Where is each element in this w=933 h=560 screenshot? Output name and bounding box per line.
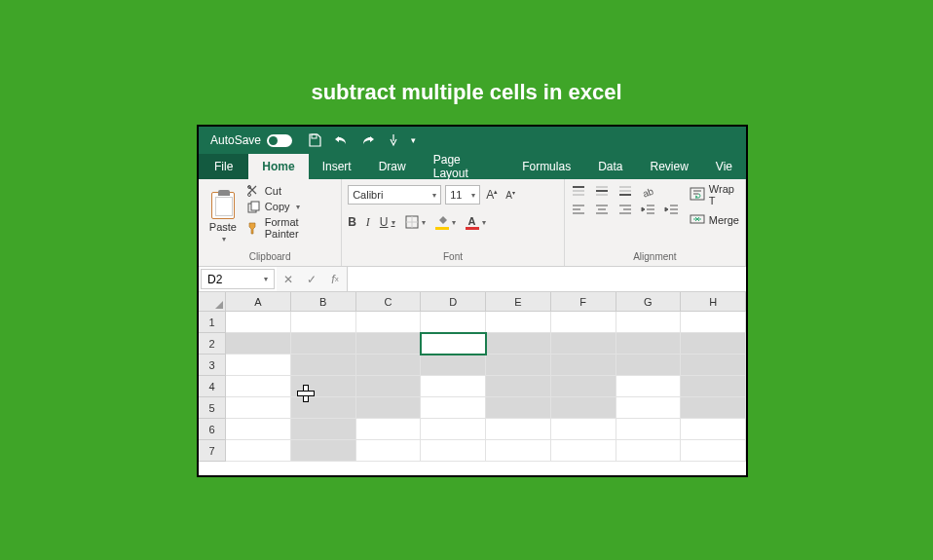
align-left-icon[interactable] [571, 203, 586, 216]
align-middle-icon[interactable] [594, 185, 610, 199]
borders-button[interactable]: ▾ [405, 215, 426, 229]
cell[interactable] [616, 397, 682, 419]
row-header[interactable]: 6 [199, 419, 226, 440]
cell[interactable] [226, 419, 291, 440]
name-box[interactable]: D2 ▾ [201, 269, 275, 289]
cell[interactable] [551, 355, 616, 376]
cell[interactable] [421, 312, 486, 333]
cell[interactable] [291, 333, 356, 355]
cell[interactable] [681, 440, 746, 462]
cell[interactable] [551, 440, 616, 462]
font-color-button[interactable]: A ▾ [466, 215, 486, 229]
cell[interactable] [226, 355, 291, 376]
cell[interactable] [486, 333, 551, 355]
copy-button[interactable]: Copy ▾ [247, 201, 335, 212]
column-header[interactable]: F [551, 292, 616, 312]
column-header[interactable]: A [226, 292, 291, 312]
qat-dropdown-icon[interactable]: ▾ [411, 135, 416, 145]
cell[interactable] [291, 419, 356, 440]
cell[interactable] [681, 333, 746, 355]
column-header[interactable]: C [356, 292, 422, 312]
cancel-formula-icon[interactable]: ✕ [277, 273, 300, 286]
tab-page-layout[interactable]: Page Layout [420, 154, 508, 179]
italic-button[interactable]: I [366, 215, 370, 230]
cell[interactable] [356, 312, 422, 333]
cell[interactable] [551, 312, 616, 333]
tab-review[interactable]: Review [637, 154, 702, 179]
bold-button[interactable]: B [348, 215, 356, 229]
paste-button[interactable]: Paste ▾ [205, 183, 242, 251]
column-header[interactable]: G [616, 292, 682, 312]
increase-font-icon[interactable]: A▴ [484, 188, 500, 202]
cell[interactable] [226, 333, 291, 355]
cell[interactable] [616, 333, 682, 355]
cell[interactable] [551, 397, 616, 419]
decrease-indent-icon[interactable] [641, 203, 656, 216]
cell[interactable] [486, 440, 551, 462]
cell[interactable] [681, 312, 746, 333]
cell[interactable] [226, 440, 291, 462]
cell[interactable] [681, 419, 746, 440]
formula-input[interactable] [348, 267, 746, 291]
cell[interactable] [226, 312, 291, 333]
decrease-font-icon[interactable]: A▾ [504, 189, 517, 201]
increase-indent-icon[interactable] [664, 203, 680, 216]
align-center-icon[interactable] [594, 203, 610, 216]
cell[interactable] [421, 397, 486, 419]
font-size-combo[interactable]: 11 ▾ [445, 185, 480, 205]
wrap-text-button[interactable]: Wrap T [690, 183, 739, 206]
align-right-icon[interactable] [617, 203, 633, 216]
cell[interactable] [486, 376, 551, 397]
cell[interactable] [551, 333, 616, 355]
column-header[interactable]: D [421, 292, 486, 312]
cell[interactable] [356, 376, 422, 397]
orientation-icon[interactable]: ab [641, 185, 656, 199]
row-header[interactable]: 4 [199, 376, 226, 397]
underline-button[interactable]: U▾ [380, 215, 395, 229]
accept-formula-icon[interactable]: ✓ [300, 273, 323, 286]
cell[interactable] [356, 333, 422, 355]
cell[interactable] [486, 419, 551, 440]
cell[interactable] [291, 440, 356, 462]
align-top-icon[interactable] [571, 185, 586, 199]
cell[interactable] [486, 355, 551, 376]
select-all-corner[interactable] [199, 292, 226, 312]
tab-formulas[interactable]: Formulas [508, 154, 584, 179]
cell[interactable] [356, 419, 422, 440]
cell[interactable] [486, 312, 551, 333]
cell[interactable] [551, 419, 616, 440]
row-header[interactable]: 3 [199, 355, 226, 376]
cell[interactable] [291, 397, 356, 419]
cell[interactable] [486, 397, 551, 419]
redo-icon[interactable] [360, 134, 376, 146]
format-painter-button[interactable]: Format Painter [247, 216, 335, 240]
column-header[interactable]: B [291, 292, 356, 312]
column-header[interactable]: H [681, 292, 746, 312]
touch-mode-icon[interactable] [388, 133, 399, 147]
autosave-toggle[interactable]: AutoSave [210, 133, 292, 147]
cell[interactable] [291, 355, 356, 376]
merge-button[interactable]: Merge [690, 212, 739, 228]
cell[interactable] [616, 376, 682, 397]
cell[interactable] [356, 355, 422, 376]
cell[interactable] [356, 440, 422, 462]
cut-button[interactable]: Cut [247, 185, 335, 197]
tab-home[interactable]: Home [248, 154, 308, 179]
cell[interactable] [421, 333, 486, 355]
tab-file[interactable]: File [199, 154, 248, 179]
undo-icon[interactable] [333, 134, 349, 146]
tab-data[interactable]: Data [584, 154, 636, 179]
tab-insert[interactable]: Insert [309, 154, 365, 179]
cell[interactable] [356, 397, 422, 419]
row-header[interactable]: 7 [199, 440, 226, 462]
cell[interactable] [681, 376, 746, 397]
font-name-combo[interactable]: Calibri ▾ [348, 185, 441, 205]
cell[interactable] [681, 355, 746, 376]
cell[interactable] [291, 312, 356, 333]
cell[interactable] [616, 312, 682, 333]
cell[interactable] [616, 440, 682, 462]
cell[interactable] [291, 376, 356, 397]
cell[interactable] [226, 397, 291, 419]
column-header[interactable]: E [486, 292, 551, 312]
cell[interactable] [421, 376, 486, 397]
